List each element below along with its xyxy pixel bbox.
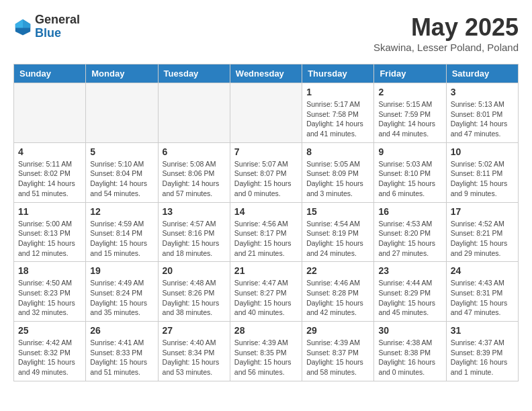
svg-marker-2 — [15, 19, 23, 28]
day-info: Sunrise: 5:02 AM Sunset: 8:11 PM Dayligh… — [451, 159, 514, 199]
calendar-day: 12Sunrise: 4:59 AM Sunset: 8:14 PM Dayli… — [86, 202, 158, 262]
calendar-day: 16Sunrise: 4:53 AM Sunset: 8:20 PM Dayli… — [374, 202, 446, 262]
calendar-day: 10Sunrise: 5:02 AM Sunset: 8:11 PM Dayli… — [446, 142, 518, 202]
col-header-saturday: Saturday — [446, 64, 518, 83]
calendar-day: 27Sunrise: 4:40 AM Sunset: 8:34 PM Dayli… — [158, 322, 230, 381]
day-info: Sunrise: 4:37 AM Sunset: 8:39 PM Dayligh… — [451, 338, 514, 377]
day-number: 14 — [234, 206, 298, 217]
day-info: Sunrise: 5:15 AM Sunset: 7:59 PM Dayligh… — [378, 99, 441, 139]
day-info: Sunrise: 4:59 AM Sunset: 8:14 PM Dayligh… — [90, 219, 153, 259]
calendar-day: 31Sunrise: 4:37 AM Sunset: 8:39 PM Dayli… — [446, 322, 518, 381]
day-number: 11 — [18, 206, 81, 217]
day-info: Sunrise: 4:38 AM Sunset: 8:38 PM Dayligh… — [378, 338, 441, 377]
calendar-day: 2Sunrise: 5:15 AM Sunset: 7:59 PM Daylig… — [374, 83, 446, 143]
day-info: Sunrise: 4:39 AM Sunset: 8:35 PM Dayligh… — [234, 338, 298, 377]
svg-marker-1 — [23, 19, 30, 28]
calendar-day: 26Sunrise: 4:41 AM Sunset: 8:33 PM Dayli… — [86, 322, 158, 381]
logo: General Blue — [13, 13, 80, 40]
calendar-day: 28Sunrise: 4:39 AM Sunset: 8:35 PM Dayli… — [230, 322, 302, 381]
day-info: Sunrise: 5:05 AM Sunset: 8:09 PM Dayligh… — [306, 159, 369, 199]
logo-icon — [13, 17, 32, 36]
day-number: 2 — [378, 87, 441, 97]
month-title: May 2025 — [373, 13, 519, 42]
day-info: Sunrise: 4:54 AM Sunset: 8:19 PM Dayligh… — [306, 219, 369, 259]
day-number: 8 — [306, 146, 369, 157]
calendar-day: 9Sunrise: 5:03 AM Sunset: 8:10 PM Daylig… — [374, 142, 446, 202]
day-info: Sunrise: 4:47 AM Sunset: 8:27 PM Dayligh… — [234, 278, 298, 318]
calendar-day: 29Sunrise: 4:39 AM Sunset: 8:37 PM Dayli… — [302, 322, 374, 381]
col-header-wednesday: Wednesday — [230, 64, 302, 83]
day-info: Sunrise: 4:56 AM Sunset: 8:17 PM Dayligh… — [234, 219, 298, 259]
logo-blue: Blue — [35, 27, 80, 40]
day-info: Sunrise: 4:43 AM Sunset: 8:31 PM Dayligh… — [451, 278, 514, 318]
calendar-day: 19Sunrise: 4:49 AM Sunset: 8:24 PM Dayli… — [86, 262, 158, 322]
day-info: Sunrise: 4:49 AM Sunset: 8:24 PM Dayligh… — [90, 278, 153, 318]
day-info: Sunrise: 5:08 AM Sunset: 8:06 PM Dayligh… — [163, 159, 226, 199]
day-number: 21 — [234, 265, 298, 276]
calendar-day: 5Sunrise: 5:10 AM Sunset: 8:04 PM Daylig… — [86, 142, 158, 202]
day-info: Sunrise: 5:03 AM Sunset: 8:10 PM Dayligh… — [378, 159, 441, 199]
day-number: 25 — [18, 325, 81, 336]
day-info: Sunrise: 5:07 AM Sunset: 8:07 PM Dayligh… — [234, 159, 298, 199]
day-number: 20 — [163, 265, 226, 276]
day-number: 22 — [306, 265, 369, 276]
day-info: Sunrise: 4:39 AM Sunset: 8:37 PM Dayligh… — [306, 338, 369, 377]
calendar-day — [14, 83, 86, 143]
page-header: General Blue May 2025 Skawina, Lesser Po… — [13, 13, 519, 53]
calendar-day: 11Sunrise: 5:00 AM Sunset: 8:13 PM Dayli… — [14, 202, 86, 262]
day-info: Sunrise: 5:13 AM Sunset: 8:01 PM Dayligh… — [451, 99, 514, 139]
calendar-day: 1Sunrise: 5:17 AM Sunset: 7:58 PM Daylig… — [302, 83, 374, 143]
day-number: 19 — [90, 265, 153, 276]
day-info: Sunrise: 4:41 AM Sunset: 8:33 PM Dayligh… — [90, 338, 153, 377]
calendar-day: 23Sunrise: 4:44 AM Sunset: 8:29 PM Dayli… — [374, 262, 446, 322]
day-number: 23 — [378, 265, 441, 276]
calendar-day: 8Sunrise: 5:05 AM Sunset: 8:09 PM Daylig… — [302, 142, 374, 202]
day-number: 26 — [90, 325, 153, 336]
title-block: May 2025 Skawina, Lesser Poland, Poland — [373, 13, 519, 53]
logo-general: General — [35, 13, 80, 27]
day-number: 13 — [163, 206, 226, 217]
day-number: 29 — [306, 325, 369, 336]
day-number: 16 — [378, 206, 441, 217]
day-number: 5 — [90, 146, 153, 157]
day-info: Sunrise: 5:00 AM Sunset: 8:13 PM Dayligh… — [18, 219, 81, 259]
day-number: 7 — [234, 146, 298, 157]
day-number: 27 — [163, 325, 226, 336]
day-info: Sunrise: 5:11 AM Sunset: 8:02 PM Dayligh… — [18, 159, 81, 199]
day-number: 18 — [18, 265, 81, 276]
day-info: Sunrise: 4:40 AM Sunset: 8:34 PM Dayligh… — [163, 338, 226, 377]
calendar-day: 22Sunrise: 4:46 AM Sunset: 8:28 PM Dayli… — [302, 262, 374, 322]
col-header-thursday: Thursday — [302, 64, 374, 83]
day-info: Sunrise: 4:57 AM Sunset: 8:16 PM Dayligh… — [163, 219, 226, 259]
calendar-week-5: 25Sunrise: 4:42 AM Sunset: 8:32 PM Dayli… — [14, 322, 519, 381]
day-number: 31 — [451, 325, 514, 336]
day-info: Sunrise: 5:17 AM Sunset: 7:58 PM Dayligh… — [306, 99, 369, 139]
calendar-header-row: SundayMondayTuesdayWednesdayThursdayFrid… — [14, 64, 519, 83]
calendar-table: SundayMondayTuesdayWednesdayThursdayFrid… — [13, 64, 519, 381]
day-number: 6 — [163, 146, 226, 157]
day-number: 30 — [378, 325, 441, 336]
calendar-day: 7Sunrise: 5:07 AM Sunset: 8:07 PM Daylig… — [230, 142, 302, 202]
day-info: Sunrise: 4:48 AM Sunset: 8:26 PM Dayligh… — [163, 278, 226, 318]
day-info: Sunrise: 4:53 AM Sunset: 8:20 PM Dayligh… — [378, 219, 441, 259]
calendar-week-1: 1Sunrise: 5:17 AM Sunset: 7:58 PM Daylig… — [14, 83, 519, 143]
day-info: Sunrise: 4:52 AM Sunset: 8:21 PM Dayligh… — [451, 219, 514, 259]
col-header-tuesday: Tuesday — [158, 64, 230, 83]
col-header-sunday: Sunday — [14, 64, 86, 83]
day-number: 24 — [451, 265, 514, 276]
calendar-day: 25Sunrise: 4:42 AM Sunset: 8:32 PM Dayli… — [14, 322, 86, 381]
calendar-day — [86, 83, 158, 143]
calendar-day: 13Sunrise: 4:57 AM Sunset: 8:16 PM Dayli… — [158, 202, 230, 262]
calendar-day: 17Sunrise: 4:52 AM Sunset: 8:21 PM Dayli… — [446, 202, 518, 262]
calendar-day: 21Sunrise: 4:47 AM Sunset: 8:27 PM Dayli… — [230, 262, 302, 322]
calendar-day: 24Sunrise: 4:43 AM Sunset: 8:31 PM Dayli… — [446, 262, 518, 322]
calendar-day: 20Sunrise: 4:48 AM Sunset: 8:26 PM Dayli… — [158, 262, 230, 322]
day-number: 28 — [234, 325, 298, 336]
calendar-day: 14Sunrise: 4:56 AM Sunset: 8:17 PM Dayli… — [230, 202, 302, 262]
day-info: Sunrise: 4:46 AM Sunset: 8:28 PM Dayligh… — [306, 278, 369, 318]
calendar-week-2: 4Sunrise: 5:11 AM Sunset: 8:02 PM Daylig… — [14, 142, 519, 202]
calendar-day: 4Sunrise: 5:11 AM Sunset: 8:02 PM Daylig… — [14, 142, 86, 202]
day-number: 4 — [18, 146, 81, 157]
day-number: 3 — [451, 87, 514, 97]
day-number: 10 — [451, 146, 514, 157]
